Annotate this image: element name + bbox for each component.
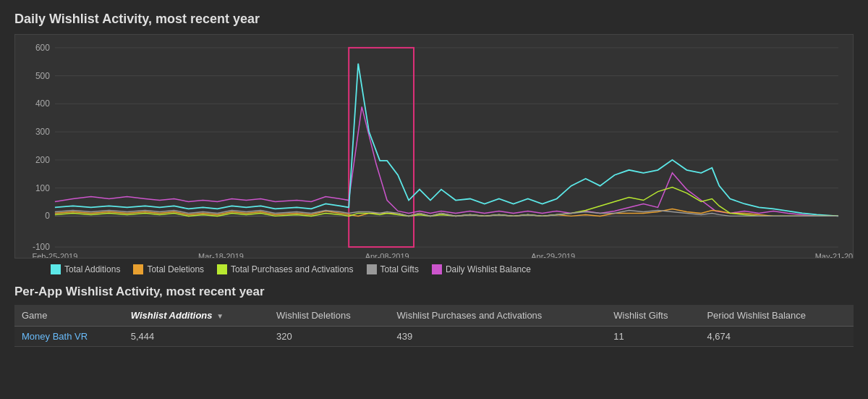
- cell-game: Money Bath VR: [14, 327, 124, 347]
- svg-text:600: 600: [35, 43, 50, 53]
- svg-text:Feb-25-2019: Feb-25-2019: [33, 252, 78, 258]
- svg-text:Apr-08-2019: Apr-08-2019: [365, 252, 409, 258]
- legend-label-purchases: Total Purchases and Activations: [231, 264, 353, 274]
- svg-text:-100: -100: [33, 242, 50, 252]
- cell-balance: 4,674: [699, 327, 854, 347]
- col-header-purchases: Wishlist Purchases and Activations: [389, 305, 606, 327]
- svg-text:200: 200: [35, 155, 50, 165]
- col-header-balance: Period Wishlist Balance: [699, 305, 854, 327]
- per-app-table: Game Wishlist Additions ▼ Wishlist Delet…: [14, 305, 854, 347]
- cell-purchases: 439: [389, 327, 606, 347]
- cell-deletions: 320: [269, 327, 389, 347]
- svg-text:100: 100: [35, 183, 50, 193]
- col-header-deletions: Wishlist Deletions: [269, 305, 389, 327]
- legend-color-purchases: [217, 264, 227, 274]
- legend-color-balance: [432, 264, 442, 274]
- col-header-additions[interactable]: Wishlist Additions ▼: [124, 305, 269, 327]
- legend-label-additions: Total Additions: [64, 264, 120, 274]
- legend-label-balance: Daily Wishlist Balance: [446, 264, 531, 274]
- table-row: Money Bath VR 5,444 320 439 11 4,674: [14, 327, 854, 347]
- legend-total-gifts: Total Gifts: [367, 264, 419, 274]
- balance-line: [55, 106, 838, 216]
- col-header-gifts: Wishlist Gifts: [606, 305, 699, 327]
- legend-color-additions: [51, 264, 61, 274]
- chart-area: 600 500 400 300 200 100 0 -100 Feb-25-20…: [14, 34, 854, 259]
- cell-additions: 5,444: [124, 327, 269, 347]
- svg-text:0: 0: [45, 211, 50, 221]
- legend-color-deletions: [133, 264, 143, 274]
- cell-gifts: 11: [606, 327, 699, 347]
- per-app-title: Per-App Wishlist Activity, most recent y…: [14, 285, 854, 299]
- table-header-row: Game Wishlist Additions ▼ Wishlist Delet…: [14, 305, 854, 327]
- svg-text:300: 300: [35, 127, 50, 137]
- legend-total-deletions: Total Deletions: [133, 264, 204, 274]
- legend-label-gifts: Total Gifts: [380, 264, 419, 274]
- chart-title: Daily Wishlist Activity, most recent yea…: [14, 12, 854, 27]
- legend-total-additions: Total Additions: [51, 264, 120, 274]
- svg-text:400: 400: [35, 98, 50, 109]
- legend-daily-balance: Daily Wishlist Balance: [432, 264, 531, 274]
- svg-text:Apr-29-2019: Apr-29-2019: [531, 252, 575, 258]
- game-link[interactable]: Money Bath VR: [22, 331, 88, 342]
- legend-color-gifts: [367, 264, 377, 274]
- svg-text:Mar-18-2019: Mar-18-2019: [198, 252, 244, 258]
- svg-text:500: 500: [35, 71, 50, 81]
- chart-legend: Total Additions Total Deletions Total Pu…: [14, 264, 854, 274]
- legend-label-deletions: Total Deletions: [147, 264, 204, 274]
- chart-svg: 600 500 400 300 200 100 0 -100 Feb-25-20…: [15, 35, 853, 258]
- col-header-game: Game: [14, 305, 124, 327]
- legend-total-purchases: Total Purchases and Activations: [217, 264, 353, 274]
- additions-line: [55, 64, 838, 217]
- svg-rect-21: [349, 48, 414, 247]
- sort-arrow-icon: ▼: [216, 312, 224, 320]
- svg-text:May-21-2019: May-21-2019: [815, 252, 853, 258]
